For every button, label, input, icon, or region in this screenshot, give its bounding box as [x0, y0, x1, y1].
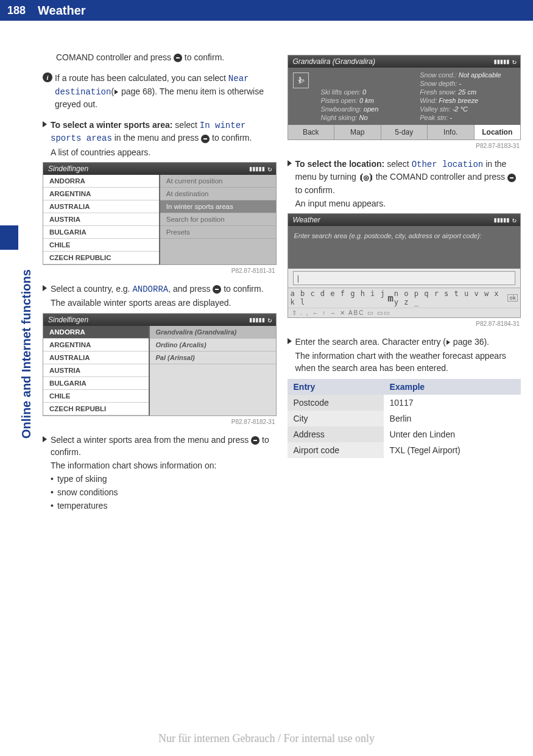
table-cell: Address — [288, 426, 384, 442]
entry-example-table: Entry Example Postcode 10117 City Berlin… — [288, 379, 521, 458]
list-item: BULGARIA — [43, 377, 149, 390]
step-result: A list of countries appears. — [51, 146, 277, 158]
wx-label: Night skiing: — [321, 114, 358, 121]
controller-turn-icon: ⦗◎⦘ — [359, 171, 373, 183]
wx-label: Ski lifts open: — [321, 88, 361, 96]
text: to confirm. — [210, 133, 252, 143]
ss-title: Grandvalira (Grandvalira) — [293, 57, 375, 66]
step-icon — [288, 160, 292, 166]
list-item: CHILE — [43, 390, 149, 403]
ss-titlebar: Sindelfingen ▮▮▮▮▮ ↻ — [43, 163, 276, 175]
page-ref-icon — [115, 90, 118, 94]
signal-icon: ▮▮▮▮▮ ↻ — [249, 316, 271, 324]
kb-ok: ok — [507, 294, 518, 302]
info-text: If a route has been calculated, you can … — [55, 72, 277, 110]
right-column: Grandvalira (Grandvalira) ▮▮▮▮▮ ↻ ⛷ Snow… — [288, 51, 521, 515]
step-result: An input menu appears. — [295, 197, 521, 210]
bullet-text: snow conditions — [57, 486, 118, 499]
list-item: Ordino (Arcalis) — [150, 339, 276, 352]
list-item-selected: ANDORRA — [43, 326, 149, 339]
list-item-selected: Grandvalira (Grandvalira) — [150, 326, 276, 339]
text: Select a winter sports area from the men… — [51, 435, 251, 445]
kb-char-selected: m — [387, 292, 394, 304]
table-row: City Berlin — [288, 411, 521, 426]
list-item: CHILE — [43, 239, 159, 252]
controller-press-icon — [507, 174, 516, 182]
text: page 36). — [451, 337, 489, 347]
text: the COMAND controller and press — [373, 172, 507, 182]
step-icon — [288, 338, 292, 344]
wx-label: Snwboarding: — [321, 105, 362, 113]
list-item: AUSTRALIA — [43, 200, 159, 213]
content-area: COMAND controller and press to confirm. … — [0, 21, 533, 528]
table-cell: Postcode — [288, 395, 384, 411]
side-tab-label: Online and Internet functions — [19, 269, 34, 439]
screenshot-caption: P82.87-8182-31 — [43, 419, 275, 425]
keyboard-row1: a b c d e f g h i j k l m n o p q r s t … — [288, 288, 521, 308]
wx-value: Not applicable — [459, 71, 501, 79]
info-note: i If a route has been calculated, you ca… — [43, 72, 277, 110]
ss-titlebar: Sindelfingen ▮▮▮▮▮ ↻ — [43, 314, 276, 326]
menu-item: At destination — [160, 188, 276, 200]
controller-press-icon — [251, 436, 259, 445]
list-item: AUSTRIA — [43, 364, 149, 377]
signal-icon: ▮▮▮▮▮ ↻ — [493, 216, 515, 224]
list-item: Pal (Arinsal) — [150, 352, 276, 364]
step-icon — [43, 285, 47, 291]
wx-label: Wind: — [420, 97, 437, 104]
country-list: ANDORRA ARGENTINA AUSTRALIA AUSTRIA BULG… — [43, 175, 160, 264]
ss-titlebar: Grandvalira (Grandvalira) ▮▮▮▮▮ ↻ — [288, 55, 521, 68]
table-cell: 10117 — [384, 395, 521, 411]
screenshot-caption: P82.87-8184-31 — [288, 320, 520, 327]
controller-press-icon — [174, 54, 182, 62]
country-list: ANDORRA ARGENTINA AUSTRALIA AUSTRIA BULG… — [43, 326, 150, 415]
text: to confirm. — [221, 284, 263, 294]
table-cell: Airport code — [288, 442, 384, 458]
step-icon — [43, 121, 47, 127]
text: Select a country, e.g. — [51, 284, 132, 294]
page-number: 188 — [0, 4, 33, 17]
menu-ref: Other location — [412, 160, 484, 169]
screenshot-weather-detail: Grandvalira (Grandvalira) ▮▮▮▮▮ ↻ ⛷ Snow… — [288, 55, 521, 140]
step-enter-search: Enter the search area. Character entry (… — [288, 336, 521, 374]
ss-title: Weather — [293, 216, 320, 224]
wx-label: Pistes open: — [321, 97, 358, 104]
side-tab-marker — [0, 225, 18, 250]
weather-tabs: Back Map 5-day Info. Location — [288, 125, 521, 140]
wx-label: Valley stn: — [420, 105, 450, 113]
tab-back: Back — [288, 125, 334, 140]
wx-label: Snow cond.: — [420, 71, 457, 79]
list-item: BULGARIA — [43, 226, 159, 239]
wx-label: Fresh snow: — [420, 88, 456, 96]
context-menu: At current position At destination In wi… — [160, 175, 276, 264]
table-row: Address Unter den Linden — [288, 426, 521, 442]
wx-value: open — [364, 105, 378, 113]
table-row: Postcode 10117 — [288, 395, 521, 411]
step-select-country: Select a country, e.g. ANDORRA, and pres… — [43, 283, 277, 309]
menu-item: At current position — [160, 175, 276, 188]
wx-value: 25 cm — [458, 88, 476, 96]
text: select — [172, 120, 199, 130]
table-cell: Berlin — [384, 411, 521, 426]
ss-titlebar: Weather ▮▮▮▮▮ ↻ — [288, 214, 521, 226]
wx-label: Peak stn: — [420, 114, 448, 121]
wx-value: Fresh breeze — [439, 97, 478, 104]
wx-value: No — [359, 114, 367, 121]
step-result: The available winter sports areas are di… — [51, 297, 277, 309]
search-input: | — [293, 271, 516, 285]
signal-icon: ▮▮▮▮▮ ↻ — [249, 164, 271, 173]
screenshot-caption: P82.87-8183-31 — [288, 143, 520, 149]
wx-value: - — [450, 114, 452, 121]
controller-press-icon — [201, 135, 210, 143]
tab-info: Info. — [427, 125, 474, 140]
step-select-area: Select a winter sports area from the men… — [43, 434, 277, 513]
left-column: COMAND controller and press to confirm. … — [43, 51, 277, 515]
keyboard-row2: ⇧ . , ← ↑ → ✕ ABC ▭ ▭▭ — [288, 308, 521, 317]
tab-5day: 5-day — [381, 125, 428, 140]
list-item: CZECH REPUBLIC — [43, 252, 159, 264]
table-cell: City — [288, 411, 384, 426]
screenshot-search: Weather ▮▮▮▮▮ ↻ Enter search area (e.g. … — [288, 213, 521, 318]
step-heading: To select the location: — [295, 159, 385, 169]
list-item: CZECH REPUBLI — [43, 403, 149, 415]
screenshot-caption: P82.87-8181-31 — [43, 267, 275, 274]
